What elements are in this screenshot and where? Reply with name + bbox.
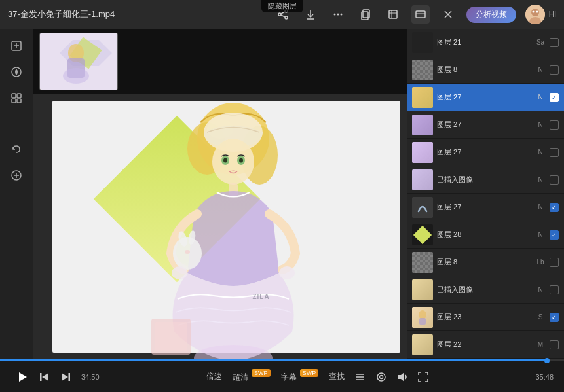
- watermark: ZILA: [252, 293, 269, 300]
- list-button[interactable]: [350, 366, 371, 387]
- layer-mode: N: [535, 286, 546, 293]
- layer-name: 图层 27: [437, 202, 531, 212]
- sidebar-icon-2[interactable]: [6, 88, 27, 109]
- screen-icon[interactable]: [411, 5, 430, 24]
- layer-item[interactable]: 图层 8 N: [407, 56, 564, 84]
- subtitle-button[interactable]: 字幕 SWP: [276, 369, 324, 385]
- prev-button[interactable]: [34, 366, 55, 387]
- close-icon[interactable]: [439, 5, 457, 24]
- share-icon[interactable]: [274, 5, 292, 24]
- time-display: 34:50: [81, 373, 100, 381]
- player-bar: 34:50 倍速 超清 SWP 字幕 SWP 查找: [0, 359, 564, 392]
- video-title: 37-金发小兔子细化三-1.mp4: [8, 9, 267, 20]
- svg-marker-73: [398, 372, 404, 382]
- sidebar-icon-1[interactable]: [6, 62, 27, 82]
- layer-mode: N: [535, 149, 546, 156]
- layer-checkbox[interactable]: [550, 340, 559, 349]
- sidebar-undo-icon[interactable]: [6, 139, 27, 160]
- layer-thumbnail: [412, 87, 433, 108]
- layer-checkbox[interactable]: [550, 120, 559, 130]
- layer-item[interactable]: 图层 27 N: [407, 194, 564, 221]
- svg-point-9: [340, 14, 342, 16]
- svg-point-20: [531, 9, 539, 16]
- layer-item[interactable]: 图层 8 Lb: [407, 249, 564, 276]
- layer-item[interactable]: 已插入图像 N: [407, 166, 564, 194]
- layer-item[interactable]: 图层 27 N: [407, 139, 564, 166]
- layer-checkbox[interactable]: [550, 230, 559, 240]
- layer-item[interactable]: 图层 23 S: [407, 304, 564, 331]
- layer-checkbox[interactable]: [550, 203, 559, 212]
- layer-mode: N: [535, 121, 546, 128]
- layer-checkbox[interactable]: [550, 175, 559, 185]
- volume-button[interactable]: [392, 366, 413, 387]
- svg-point-57: [279, 266, 295, 279]
- layer-mode: M: [535, 341, 546, 348]
- speed-button[interactable]: 倍速: [201, 369, 227, 384]
- layer-checkbox[interactable]: [550, 65, 559, 75]
- layer-name: 图层 28: [437, 230, 531, 240]
- download-icon[interactable]: [301, 5, 320, 24]
- svg-line-3: [281, 12, 285, 14]
- svg-rect-15: [416, 11, 425, 18]
- thumbnail-item[interactable]: [39, 33, 118, 90]
- more-icon[interactable]: [329, 5, 347, 24]
- clarity-button[interactable]: 超清 SWP: [227, 369, 276, 385]
- fullscreen-button[interactable]: [413, 366, 434, 387]
- svg-point-7: [333, 14, 335, 16]
- layer-name: 图层 27: [437, 92, 531, 102]
- layer-checkbox[interactable]: [550, 285, 559, 294]
- svg-rect-60: [155, 322, 187, 351]
- crop-icon[interactable]: [384, 5, 402, 24]
- next-button[interactable]: [55, 366, 76, 387]
- swp-badge: SWP: [252, 369, 271, 377]
- layer-thumbnail: [412, 169, 433, 190]
- layer-name: 已插入图像: [437, 285, 531, 294]
- svg-rect-31: [17, 99, 21, 103]
- analyze-button[interactable]: 分析视频: [466, 7, 516, 23]
- svg-point-56: [172, 266, 187, 279]
- svg-point-46: [212, 139, 254, 185]
- clarity-label: 超清: [233, 372, 248, 382]
- layer-checkbox[interactable]: [550, 93, 559, 102]
- layer-checkbox[interactable]: [550, 313, 559, 322]
- svg-rect-66: [69, 373, 71, 381]
- layer-mode: N: [535, 66, 546, 73]
- layers-panel: 图层 21 Sa 图层 8 N 图层 27 N: [407, 29, 564, 359]
- svg-rect-62: [419, 318, 426, 325]
- svg-marker-63: [19, 372, 27, 382]
- layer-mode: N: [535, 231, 546, 238]
- svg-point-2: [278, 13, 281, 16]
- layer-mode: Sa: [535, 39, 546, 46]
- progress-bar[interactable]: [0, 359, 564, 361]
- swp-badge2: SWP: [300, 369, 319, 377]
- layer-item[interactable]: 图层 22 M: [407, 331, 564, 359]
- svg-rect-30: [12, 99, 16, 103]
- layer-checkbox[interactable]: [550, 258, 559, 267]
- layer-name: 已插入图像: [437, 175, 531, 185]
- copy-icon[interactable]: [356, 5, 375, 24]
- svg-rect-29: [17, 94, 21, 98]
- layer-item[interactable]: 图层 21 Sa: [407, 29, 564, 56]
- settings-button[interactable]: [371, 366, 392, 387]
- layer-thumbnail: [412, 60, 433, 80]
- progress-fill: [0, 359, 547, 361]
- svg-point-22: [532, 11, 534, 13]
- find-button[interactable]: 查找: [324, 369, 350, 384]
- layer-item[interactable]: 图层 28 N: [407, 221, 564, 249]
- hi-text: Hi: [549, 10, 556, 19]
- layer-checkbox[interactable]: [550, 148, 559, 157]
- layer-thumbnail: [412, 307, 433, 328]
- layer-mode: S: [535, 313, 546, 321]
- layer-item[interactable]: 图层 27 N: [407, 111, 564, 139]
- layer-checkbox[interactable]: [550, 38, 559, 47]
- sidebar-add-icon[interactable]: [6, 165, 27, 186]
- layer-item[interactable]: 已插入图像 N: [407, 276, 564, 304]
- layer-thumbnail: [412, 115, 433, 135]
- sidebar-icon-0[interactable]: [6, 35, 27, 56]
- layer-item-active[interactable]: 图层 27 N: [407, 84, 564, 111]
- layer-name: 图层 23: [437, 312, 531, 322]
- play-button[interactable]: [10, 365, 34, 389]
- right-panel: 图层 21 Sa 图层 8 N 图层 27 N: [407, 29, 564, 359]
- svg-point-55: [185, 250, 190, 254]
- svg-point-50: [239, 158, 243, 162]
